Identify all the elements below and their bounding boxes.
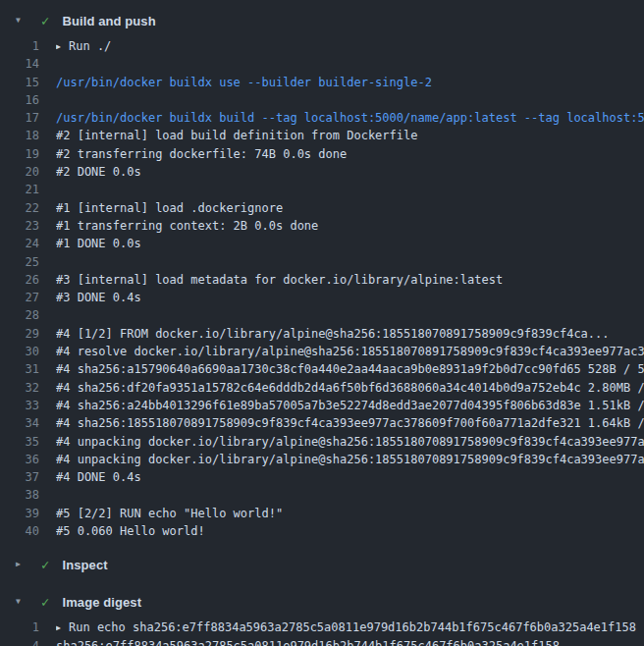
line-number[interactable]: 37 — [0, 468, 39, 486]
line-text-value: #3 [internal] load metadata for docker.i… — [56, 273, 503, 287]
line-number[interactable]: 40 — [0, 522, 39, 540]
line-text-value: #2 transferring dockerfile: 74B 0.0s don… — [56, 147, 347, 161]
section-title: Build and push — [62, 14, 155, 28]
log-line: 33 #4 sha256:a24bb4013296f61e89ba57005a7… — [0, 397, 644, 414]
line-number[interactable]: 20 — [0, 163, 39, 181]
chevron-down-icon[interactable]: ▼ — [16, 17, 27, 25]
line-text: #1 transferring context: 2B 0.0s done — [56, 217, 644, 235]
line-text: ▶Run echo sha256:e7ff8834a5963a2785c5a08… — [56, 619, 644, 636]
section-title: Inspect — [62, 558, 107, 572]
line-text-value: #5 [2/2] RUN echo "Hello world!" — [56, 507, 283, 520]
line-number[interactable]: 34 — [0, 414, 39, 432]
line-text-value: #1 DONE 0.0s — [56, 237, 141, 250]
expander-icon[interactable]: ▶ — [56, 38, 69, 55]
expander-icon[interactable]: ▶ — [56, 619, 69, 636]
check-icon: ✓ — [41, 558, 49, 571]
line-text-value: /usr/bin/docker buildx build --tag local… — [56, 111, 644, 125]
line-number[interactable]: 18 — [0, 127, 39, 144]
line-number[interactable]: 35 — [0, 433, 39, 451]
line-text: #4 [1/2] FROM docker.io/library/alpine@s… — [56, 325, 644, 343]
line-text-value: Run ./ — [69, 39, 111, 53]
line-text: Starting build... — [56, 91, 644, 109]
section-header[interactable]: ▶ ✓ Inspect — [0, 552, 644, 577]
line-number[interactable]: 17 — [0, 109, 39, 127]
section-title: Image digest — [62, 595, 141, 610]
log-line: 39 #5 [2/2] RUN echo "Hello world!" — [0, 505, 644, 522]
log-line: 14 Using builder instance builder-single… — [0, 55, 644, 73]
section-lines: 1 ▶Run echo sha256:e7ff8834a5963a2785c5a… — [0, 619, 644, 646]
log-line: 35 #4 unpacking docker.io/library/alpine… — [0, 433, 644, 451]
log-line: 37 #4 DONE 0.4s — [0, 468, 644, 486]
line-number[interactable]: 4 — [0, 637, 39, 646]
line-text: #4 unpacking docker.io/library/alpine@sh… — [56, 433, 644, 451]
log-line: 21 — [0, 181, 644, 198]
chevron-right-icon[interactable]: ▶ — [16, 561, 27, 568]
line-text-value: #4 unpacking docker.io/library/alpine@sh… — [56, 453, 644, 466]
log-line: 25 — [0, 253, 644, 271]
line-number[interactable]: 36 — [0, 451, 39, 468]
line-number[interactable]: 22 — [0, 199, 39, 217]
line-text-value: #1 [internal] load .dockerignore — [56, 201, 283, 215]
line-number[interactable]: 29 — [0, 325, 39, 343]
section-lines: 1 ▶Run ./ 14 Using builder instance buil… — [0, 37, 644, 540]
log-line: 26 #3 [internal] load metadata for docke… — [0, 271, 644, 289]
log-line: 24 #1 DONE 0.0s — [0, 235, 644, 252]
line-text-value: Run echo sha256:e7ff8834a5963a2785c5a081… — [69, 620, 636, 634]
line-text: #5 [2/2] RUN echo "Hello world!" — [56, 505, 644, 522]
line-number[interactable]: 32 — [0, 379, 39, 397]
log-viewer: ▼ ✓ Build and push 1 ▶Run ./ 14 Using bu… — [0, 0, 644, 646]
line-number[interactable]: 28 — [0, 306, 39, 324]
log-line: 19 #2 transferring dockerfile: 74B 0.0s … — [0, 145, 644, 163]
line-number[interactable]: 21 — [0, 181, 39, 198]
log-line: 34 #4 sha256:185518070891758909c9f839cf4… — [0, 414, 644, 432]
section-header[interactable]: ▼ ✓ Image digest — [0, 589, 644, 615]
section-header[interactable]: ▼ ✓ Build and push — [0, 8, 644, 33]
line-text-value: #4 sha256:a15790640a6690aa1730c38cf0a440… — [56, 362, 644, 376]
line-text — [56, 306, 644, 324]
line-text: #2 [internal] load build definition from… — [56, 127, 644, 144]
line-text-value: #4 [1/2] FROM docker.io/library/alpine@s… — [56, 327, 610, 341]
line-number[interactable]: 24 — [0, 235, 39, 252]
log-line: 29 #4 [1/2] FROM docker.io/library/alpin… — [0, 325, 644, 343]
line-text: ▶Run ./ — [56, 37, 644, 55]
line-number[interactable]: 1 — [0, 619, 39, 636]
line-number[interactable]: 38 — [0, 486, 39, 504]
line-number[interactable]: 31 — [0, 360, 39, 378]
line-number[interactable]: 39 — [0, 505, 39, 522]
line-text-value: #4 sha256:df20fa9351a15782c64e6dddb2d4a6… — [56, 381, 644, 395]
line-text: #5 0.060 Hello world! — [56, 522, 644, 540]
log-line: 22 #1 [internal] load .dockerignore — [0, 199, 644, 217]
chevron-down-icon[interactable]: ▼ — [16, 598, 27, 606]
line-text-value: #4 sha256:a24bb4013296f61e89ba57005a7b3e… — [56, 399, 644, 412]
line-number[interactable]: 16 — [0, 91, 39, 109]
line-number[interactable]: 19 — [0, 145, 39, 163]
log-line: 38 — [0, 486, 644, 504]
line-number[interactable]: 25 — [0, 253, 39, 271]
line-number[interactable]: 33 — [0, 397, 39, 414]
line-number[interactable]: 26 — [0, 271, 39, 289]
line-text: /usr/bin/docker buildx build --tag local… — [56, 109, 644, 127]
line-text: #4 resolve docker.io/library/alpine@sha2… — [56, 343, 644, 360]
log-line: 16 Starting build... — [0, 91, 644, 109]
check-icon: ✓ — [41, 14, 49, 27]
line-number[interactable]: 1 — [0, 37, 39, 55]
line-text — [56, 486, 644, 504]
log-line: 23 #1 transferring context: 2B 0.0s done — [0, 217, 644, 235]
log-line: 20 #2 DONE 0.0s — [0, 163, 644, 181]
log-line: 27 #3 DONE 0.4s — [0, 289, 644, 306]
line-text: #4 unpacking docker.io/library/alpine@sh… — [56, 451, 644, 468]
line-text: #1 [internal] load .dockerignore — [56, 199, 644, 217]
line-number[interactable]: 15 — [0, 74, 39, 91]
line-number[interactable]: 30 — [0, 343, 39, 360]
line-text: #4 sha256:df20fa9351a15782c64e6dddb2d4a6… — [56, 379, 644, 397]
line-text — [56, 253, 644, 271]
line-number[interactable]: 27 — [0, 289, 39, 306]
log-line: 31 #4 sha256:a15790640a6690aa1730c38cf0a… — [0, 360, 644, 378]
line-number[interactable]: 14 — [0, 55, 39, 73]
line-number[interactable]: 23 — [0, 217, 39, 235]
log-line: 18 #2 [internal] load build definition f… — [0, 127, 644, 144]
log-section: ▶ ✓ Inspect — [0, 552, 644, 577]
line-text: #1 DONE 0.0s — [56, 235, 644, 252]
line-text — [56, 181, 644, 198]
log-line: 1 ▶Run echo sha256:e7ff8834a5963a2785c5a… — [0, 619, 644, 636]
